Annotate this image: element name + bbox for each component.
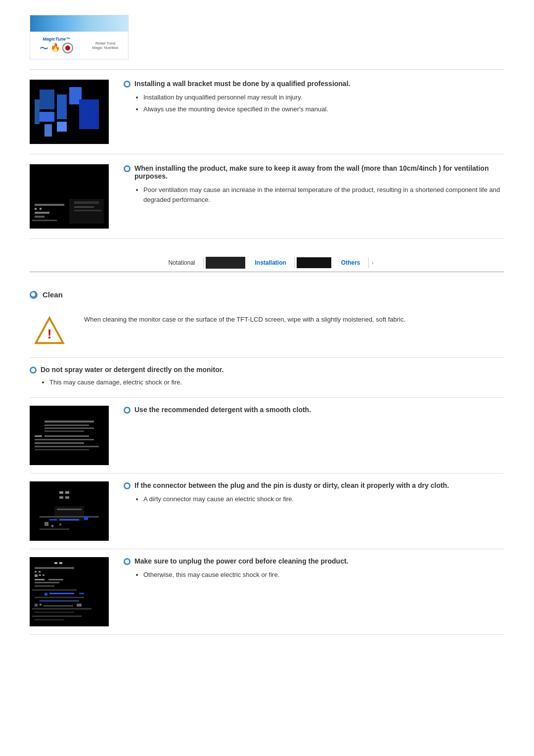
connector-text: If the connector between the plug and th… xyxy=(124,481,504,506)
svg-rect-59 xyxy=(35,582,59,583)
clean-section: ! When cleaning the monitor case or the … xyxy=(30,304,504,358)
warning-triangle: ! xyxy=(32,316,67,345)
svg-rect-38 xyxy=(54,506,84,521)
spray-list: This may cause damage, electric shock or… xyxy=(49,378,504,387)
svg-rect-64 xyxy=(79,593,84,594)
detergent-section: Use the recommended detergent with a smo… xyxy=(30,398,504,473)
wall-bracket-title: Installing a wall bracket must be done b… xyxy=(124,80,504,88)
detergent-title: Use the recommended detergent with a smo… xyxy=(124,406,504,414)
spray-section: Do not spray water or detergent directly… xyxy=(30,358,504,398)
svg-rect-28 xyxy=(44,435,89,437)
unplug-svg xyxy=(30,557,109,626)
unplug-list: Otherwise, this may cause electric shock… xyxy=(143,570,504,580)
wall-bracket-text: Installing a wall bracket must be done b… xyxy=(124,80,504,116)
svg-rect-29 xyxy=(35,439,94,440)
flame-icon: 🔥 xyxy=(50,43,60,54)
ventilation-image xyxy=(30,164,109,229)
warning-icon-wrapper: ! xyxy=(30,311,69,350)
svg-rect-4 xyxy=(40,112,54,122)
detergent-text: Use the recommended detergent with a smo… xyxy=(124,406,504,419)
connector-section: If the connector between the plug and th… xyxy=(30,473,504,549)
svg-rect-60 xyxy=(35,585,54,587)
svg-rect-40 xyxy=(40,516,99,518)
detergent-bullet xyxy=(124,407,131,414)
spray-title: Do not spray water or detergent directly… xyxy=(30,366,504,374)
svg-rect-15 xyxy=(32,220,57,221)
svg-text:!: ! xyxy=(47,327,52,341)
connector-image xyxy=(30,481,109,541)
svg-rect-6 xyxy=(44,124,52,137)
svg-rect-55 xyxy=(39,574,41,576)
connector-title: If the connector between the plug and th… xyxy=(124,481,504,489)
svg-rect-14 xyxy=(35,216,44,218)
svg-rect-69 xyxy=(44,605,73,607)
ventilation-section: When installing the product, make sure t… xyxy=(30,154,504,239)
svg-rect-30 xyxy=(35,442,84,444)
svg-rect-47 xyxy=(40,528,69,530)
svg-rect-41 xyxy=(49,519,57,520)
svg-rect-72 xyxy=(35,612,74,613)
svg-rect-24 xyxy=(44,425,89,426)
svg-rect-50 xyxy=(59,562,62,564)
svg-rect-10 xyxy=(35,204,64,206)
svg-rect-61 xyxy=(32,589,77,591)
clean-heading-text: Clean xyxy=(43,290,63,299)
list-item: Poor ventilation may cause an increase i… xyxy=(143,185,504,204)
retail-tune-label: Retail Tune xyxy=(95,41,115,46)
logo-stripe xyxy=(30,15,128,33)
svg-rect-12 xyxy=(40,208,42,210)
svg-rect-62 xyxy=(44,593,47,596)
svg-rect-71 xyxy=(32,608,91,610)
header-logo: MagicTune™ 〜 🔥 Retail Tune Magic Nutriti… xyxy=(30,10,504,70)
connector-svg xyxy=(30,481,109,541)
svg-rect-63 xyxy=(49,593,74,594)
nav-others[interactable]: Others xyxy=(333,257,369,268)
unplug-image xyxy=(30,557,109,626)
svg-rect-39 xyxy=(57,509,82,510)
bullet-icon xyxy=(124,165,131,172)
list-item: A dirty connector may cause an electric … xyxy=(143,494,504,504)
svg-rect-51 xyxy=(35,567,74,569)
svg-rect-46 xyxy=(59,523,61,525)
wall-bracket-list: Installation by unqualified personnel ma… xyxy=(143,93,504,114)
svg-rect-1 xyxy=(40,90,54,109)
svg-rect-35 xyxy=(65,491,69,494)
svg-rect-65 xyxy=(35,597,84,598)
nav-thumbnail-2 xyxy=(297,257,331,268)
circle-icon xyxy=(62,43,73,53)
ventilation-text: When installing the product, make sure t… xyxy=(124,164,504,206)
unplug-title: Make sure to unplug the power cord befor… xyxy=(124,557,504,565)
clean-header: Clean xyxy=(30,282,504,304)
wall-bracket-svg xyxy=(30,80,109,144)
detergent-image xyxy=(30,406,109,465)
svg-rect-74 xyxy=(35,619,64,620)
svg-rect-66 xyxy=(40,600,79,602)
magic-tune-label: MagicTune™ xyxy=(43,37,70,42)
svg-rect-25 xyxy=(44,427,94,429)
ventilation-svg xyxy=(30,164,109,229)
logo-image: MagicTune™ 〜 🔥 Retail Tune Magic Nutriti… xyxy=(30,15,129,59)
svg-rect-32 xyxy=(35,449,89,450)
svg-rect-49 xyxy=(54,562,57,564)
wall-bracket-section: Installing a wall bracket must be done b… xyxy=(30,70,504,154)
svg-rect-26 xyxy=(44,430,84,432)
svg-rect-44 xyxy=(44,522,48,526)
clean-description: When cleaning the monitor case or the su… xyxy=(84,311,504,325)
svg-rect-57 xyxy=(35,579,44,580)
logo-bottom: MagicTune™ 〜 🔥 Retail Tune Magic Nutriti… xyxy=(30,32,128,59)
nav-installation[interactable]: Installation xyxy=(247,257,295,268)
bullet-icon xyxy=(124,81,131,88)
svg-rect-54 xyxy=(35,574,38,577)
list-item: This may cause damage, electric shock or… xyxy=(49,378,504,387)
nav-notational[interactable]: Notational xyxy=(160,257,203,268)
svg-rect-18 xyxy=(74,206,94,208)
nav-bar: Notational Installation Others › xyxy=(30,254,504,272)
svg-rect-7 xyxy=(79,99,99,129)
svg-rect-23 xyxy=(44,421,94,423)
svg-rect-56 xyxy=(43,574,44,576)
svg-rect-13 xyxy=(35,212,49,214)
svg-rect-45 xyxy=(51,525,53,527)
svg-rect-52 xyxy=(35,571,37,572)
svg-rect-73 xyxy=(32,615,82,617)
magic-nutrition-label: Magic Nutrition xyxy=(92,46,118,50)
